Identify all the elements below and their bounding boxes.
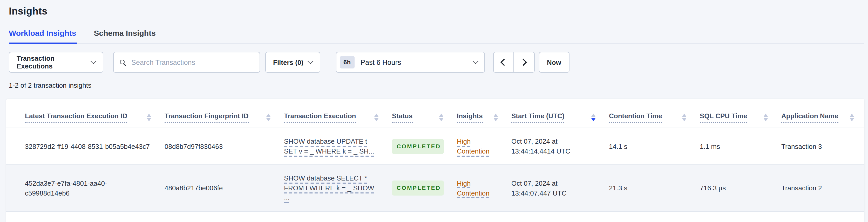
sort-icon[interactable]	[764, 114, 768, 121]
sort-icon[interactable]	[494, 114, 498, 121]
cell-execution-id: 328729d2-ff19-4408-8531-b05a5b4e43c7	[25, 133, 164, 159]
status-badge: COMPLETED	[392, 139, 444, 154]
column-header-label[interactable]: Insights	[457, 112, 483, 123]
cell-contention-time: 21.3 s	[609, 175, 700, 201]
column-header-latest-transaction-execution-id: Latest Transaction Execution ID	[25, 112, 164, 128]
now-button[interactable]: Now	[538, 52, 569, 73]
cell-status: COMPLETED	[392, 130, 457, 162]
insights-page: Insights Workload Insights Schema Insigh…	[0, 0, 868, 222]
cell-fingerprint-id: 480a8b217be006fe	[164, 175, 284, 201]
time-range-badge: 6h	[340, 56, 354, 68]
column-header-label[interactable]: Latest Transaction Execution ID	[25, 112, 127, 123]
column-header-label[interactable]: Contention Time	[609, 112, 662, 123]
column-header-application-name: Application Name	[781, 112, 857, 128]
cell-status: COMPLETED	[392, 172, 457, 204]
cell-transaction-execution: SHOW database SELECT * FROM t WHERE k = …	[284, 165, 392, 211]
cell-start-time: Oct 07, 2024 at 13:44:07.447 UTC	[512, 170, 609, 206]
chevron-down-icon	[307, 58, 313, 64]
tab-bar: Workload Insights Schema Insights	[9, 29, 864, 43]
cell-application-name: Transaction 3	[781, 133, 857, 159]
sort-icon[interactable]	[439, 114, 443, 121]
cell-contention-time: 14.1 s	[609, 133, 700, 159]
controls-row: Transaction Executions Filters (0) 6h Pa…	[9, 52, 859, 73]
column-header-insights: Insights	[457, 112, 512, 128]
filters-button-label: Filters (0)	[273, 58, 304, 66]
tab-schema-insights[interactable]: Schema Insights	[94, 29, 157, 43]
cell-fingerprint-id: 08d8b7d97f830463	[164, 133, 284, 159]
column-header-contention-time: Contention Time	[609, 112, 700, 128]
cell-insights: High Contention	[457, 170, 512, 206]
search-box[interactable]	[113, 52, 260, 73]
time-range-label: Past 6 Hours	[361, 58, 401, 66]
column-header-label[interactable]: Transaction Execution	[284, 112, 356, 123]
table-row: 452da3e7-e7fa-4801-aa40-c59988d14eb6 480…	[6, 165, 864, 212]
table-header-row: Latest Transaction Execution ID Transact…	[6, 99, 864, 128]
tab-workload-insights[interactable]: Workload Insights	[9, 29, 77, 43]
chevron-down-icon	[91, 58, 97, 64]
high-contention-link[interactable]: High Contention	[457, 179, 490, 197]
time-next-button[interactable]	[514, 52, 534, 73]
column-header-label[interactable]: Start Time (UTC)	[512, 112, 564, 123]
chevron-down-icon	[472, 58, 478, 64]
results-summary: 1-2 of 2 transaction insights	[9, 82, 859, 89]
cell-transaction-execution: SHOW database UPDATE t SET v = _ WHERE k…	[284, 128, 392, 164]
search-input[interactable]	[130, 58, 253, 67]
column-header-transaction-execution: Transaction Execution	[284, 112, 392, 128]
column-header-label[interactable]: Status	[392, 112, 412, 123]
table-row: 328729d2-ff19-4408-8531-b05a5b4e43c7 08d…	[6, 128, 864, 165]
filters-button[interactable]: Filters (0)	[265, 52, 320, 73]
cell-sql-cpu-time: 716.3 µs	[700, 175, 781, 201]
now-button-label: Now	[547, 58, 561, 66]
cell-application-name: Transaction 2	[781, 175, 857, 201]
sort-icon[interactable]	[266, 114, 271, 121]
cell-start-time: Oct 07, 2024 at 13:44:14.4414 UTC	[512, 128, 609, 164]
cell-insights: High Contention	[457, 128, 512, 164]
execution-type-dropdown[interactable]: Transaction Executions	[9, 52, 103, 73]
page-title: Insights	[0, 0, 868, 17]
transaction-query-link[interactable]: SHOW database UPDATE t SET v = _ WHERE k…	[284, 137, 374, 155]
insights-table-card: Latest Transaction Execution ID Transact…	[6, 99, 864, 222]
controls-divider	[331, 52, 331, 73]
cell-sql-cpu-time: 1.1 ms	[700, 133, 781, 159]
sort-icon[interactable]	[374, 114, 378, 121]
column-header-label[interactable]: Application Name	[781, 112, 838, 123]
column-header-transaction-fingerprint-id: Transaction Fingerprint ID	[164, 112, 284, 128]
execution-type-dropdown-label: Transaction Executions	[17, 55, 91, 70]
column-header-start-time: Start Time (UTC)	[512, 112, 609, 128]
time-prev-button[interactable]	[493, 52, 514, 73]
column-header-label[interactable]: SQL CPU Time	[700, 112, 747, 123]
time-range-picker[interactable]: 6h Past 6 Hours	[336, 52, 485, 73]
transaction-query-link[interactable]: SHOW database SELECT * FROM t WHERE k = …	[284, 174, 374, 202]
cell-execution-id: 452da3e7-e7fa-4801-aa40-c59988d14eb6	[25, 170, 164, 206]
column-header-label[interactable]: Transaction Fingerprint ID	[164, 112, 249, 123]
status-badge: COMPLETED	[392, 181, 444, 195]
column-header-status: Status	[392, 112, 457, 128]
sort-icon[interactable]	[850, 114, 854, 121]
sort-icon[interactable]	[147, 114, 151, 121]
high-contention-link[interactable]: High Contention	[457, 137, 490, 155]
sort-icon-active-desc[interactable]	[591, 114, 595, 121]
search-icon	[120, 60, 125, 65]
sort-icon[interactable]	[682, 114, 686, 121]
time-nav-group	[493, 52, 534, 73]
chevron-left-icon	[500, 59, 508, 66]
chevron-right-icon	[519, 59, 527, 66]
column-header-sql-cpu-time: SQL CPU Time	[700, 112, 781, 128]
